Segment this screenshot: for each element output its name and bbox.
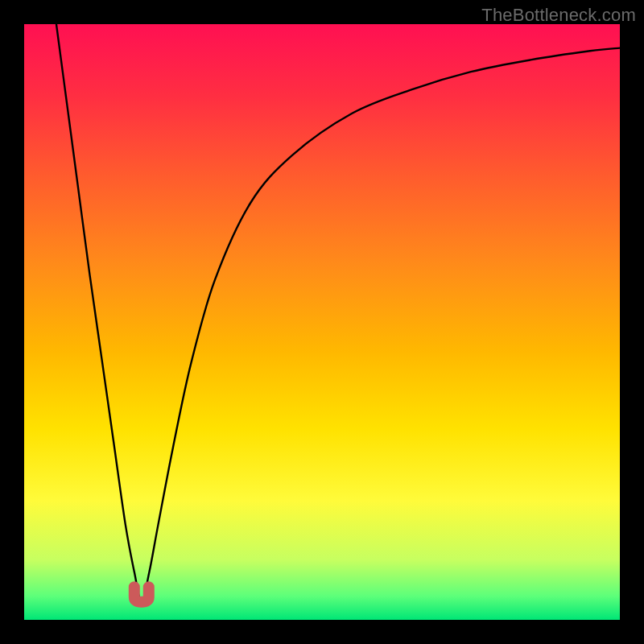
curve-layer [24, 24, 620, 620]
watermark-text: TheBottleneck.com [481, 5, 636, 26]
bottleneck-curve [56, 24, 620, 602]
minimum-marker [134, 587, 149, 602]
plot-area [24, 24, 620, 620]
chart-frame: TheBottleneck.com [0, 0, 644, 644]
